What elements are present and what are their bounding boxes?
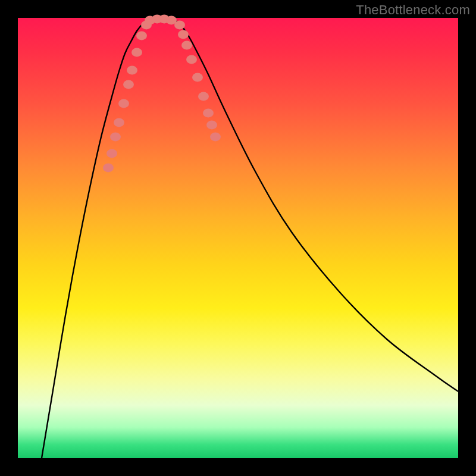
marker-left [131, 48, 142, 57]
marker-left [110, 133, 121, 142]
marker-right [198, 92, 209, 101]
marker-left [136, 32, 147, 40]
watermark-text: TheBottleneck.com [356, 2, 470, 18]
marker-left [103, 164, 114, 173]
plot-area [18, 18, 458, 458]
marker-right [203, 109, 214, 118]
marker-left [118, 99, 129, 108]
curve-layer [18, 18, 458, 458]
chart-frame: TheBottleneck.com [0, 0, 476, 476]
data-markers [103, 15, 221, 173]
marker-right [178, 30, 189, 39]
marker-right [206, 121, 217, 130]
marker-right [181, 41, 192, 50]
marker-left [114, 118, 124, 127]
right-curve [173, 19, 458, 392]
marker-right [210, 133, 221, 142]
marker-right [186, 55, 197, 64]
marker-left [107, 149, 117, 158]
marker-right [192, 73, 203, 82]
marker-bottom [166, 16, 177, 25]
marker-left [123, 80, 134, 89]
marker-left [127, 66, 137, 75]
